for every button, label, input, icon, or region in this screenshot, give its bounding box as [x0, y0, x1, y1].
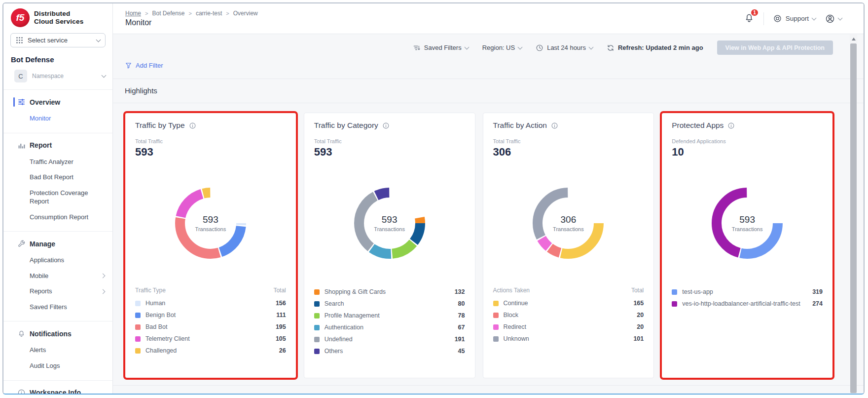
info-icon[interactable] [551, 122, 558, 129]
info-icon[interactable] [727, 122, 735, 129]
sidebar-item-alerts[interactable]: Alerts [3, 342, 112, 358]
traffic-by-action-donut-chart[interactable]: 306Transactions [529, 184, 608, 263]
sidebar-item-mobile[interactable]: Mobile [3, 268, 112, 284]
legend-value: 26 [279, 347, 286, 354]
legend: Actions TakenTotalContinue165Block20Redi… [493, 286, 644, 345]
sidebar-item-label: Consumption Report [30, 213, 88, 222]
legend-row-shopping-gift-cards[interactable]: Shopping & Gift Cards132 [314, 286, 465, 298]
info-icon[interactable] [382, 122, 390, 129]
namespace-avatar: C [14, 70, 27, 82]
card-title-text: Traffic by Action [493, 121, 547, 130]
legend-swatch [314, 337, 320, 342]
legend-row-unknown[interactable]: Unknown101 [493, 333, 644, 345]
legend-row-others[interactable]: Others45 [314, 345, 465, 357]
breadcrumb-item-overview[interactable]: Overview [233, 10, 258, 17]
breadcrumb-item-home[interactable]: Home [125, 10, 141, 17]
traffic-by-type-donut-chart[interactable]: 593Transactions [171, 184, 250, 263]
region-dropdown[interactable]: Region: US [482, 44, 522, 51]
breadcrumb-item-bot-defense[interactable]: Bot Defense [152, 10, 184, 17]
vertical-scrollbar[interactable] [850, 35, 857, 393]
metric-label: Total Traffic [314, 138, 465, 144]
saved-filters-dropdown[interactable]: Saved Filters [413, 44, 469, 52]
breadcrumb-separator: > [226, 10, 229, 16]
card-protected-apps: Protected AppsDefended Applications10593… [661, 113, 833, 378]
funnel-icon [125, 62, 132, 69]
sidebar-section-header-manage[interactable]: Manage [3, 235, 112, 252]
sidebar-section-header-notifications[interactable]: Notifications [3, 325, 112, 342]
legend-row-profile-management[interactable]: Profile Management78 [314, 310, 465, 321]
view-in-waap-button[interactable]: View in Web App & API Protection [717, 40, 833, 55]
sidebar-section-report: ReportTraffic AnalyzerBad Bot ReportProt… [3, 133, 112, 232]
sidebar-item-audit-logs[interactable]: Audit Logs [3, 358, 112, 374]
legend-value: 274 [812, 300, 823, 307]
legend-swatch [135, 313, 141, 318]
scroll-up-icon[interactable] [850, 35, 857, 43]
breadcrumb-item-carrie-test[interactable]: carrie-test [196, 10, 222, 17]
legend-row-undefined[interactable]: Undefined191 [314, 333, 465, 345]
app-window: f5 Distributed Cloud Services Select ser… [2, 2, 865, 395]
header-actions: 1 Support [744, 12, 842, 25]
legend-row-telemetry-client[interactable]: Telemetry Client105 [135, 333, 286, 345]
legend-row-continue[interactable]: Continue165 [493, 297, 644, 309]
select-service-label: Select service [28, 37, 68, 44]
breadcrumb-separator: > [145, 10, 148, 16]
legend-label: Block [504, 312, 519, 318]
chevron-down-icon [518, 44, 523, 49]
select-service-dropdown[interactable]: Select service [10, 33, 106, 47]
legend-row-test-us-app[interactable]: test-us-app319 [672, 286, 823, 298]
sidebar-nav: OverviewMonitorReportTraffic AnalyzerBad… [3, 89, 112, 395]
legend-label: Continue [504, 300, 528, 307]
legend-row-challenged[interactable]: Challenged26 [135, 345, 286, 357]
sidebar-item-monitor[interactable]: Monitor [3, 111, 112, 126]
sidebar-item-bad-bot-report[interactable]: Bad Bot Report [3, 169, 112, 185]
legend-swatch [135, 348, 141, 354]
legend-label: Bad Bot [145, 323, 167, 330]
info-icon[interactable] [189, 122, 196, 129]
refresh-button[interactable]: Refresh: Updated 2 min ago [607, 44, 703, 52]
legend-row-human[interactable]: Human156 [135, 297, 286, 309]
sidebar-section-header-report[interactable]: Report [3, 137, 112, 154]
sidebar-section-header-workspace-info[interactable]: Workspace Info [3, 384, 112, 395]
legend-header-label: Actions Taken [493, 287, 530, 294]
account-menu[interactable] [825, 13, 842, 24]
legend-row-authentication[interactable]: Authentication67 [314, 321, 465, 333]
sidebar-item-consumption-report[interactable]: Consumption Report [3, 209, 112, 225]
sidebar-item-label: Alerts [30, 346, 46, 355]
legend-swatch [493, 336, 499, 342]
sidebar-item-saved-filters[interactable]: Saved Filters [3, 299, 112, 315]
protected-apps-donut-chart[interactable]: 593Transactions [708, 184, 787, 263]
legend-row-redirect[interactable]: Redirect20 [493, 321, 644, 333]
legend-swatch [672, 301, 677, 307]
legend-row-ves-io-http-loadbalancer-artificial-traffic-test[interactable]: ves-io-http-loadbalancer-artificial-traf… [672, 298, 823, 310]
sidebar: f5 Distributed Cloud Services Select ser… [3, 3, 113, 394]
traffic-by-category-donut-chart[interactable]: 593Transactions [350, 184, 429, 263]
legend-row-block[interactable]: Block20 [493, 309, 644, 321]
legend-row-search[interactable]: Search80 [314, 298, 465, 310]
legend-label: Search [325, 300, 344, 307]
legend-value: 195 [276, 323, 286, 330]
add-filter-button[interactable]: Add Filter [125, 62, 163, 69]
legend-value: 45 [458, 348, 465, 355]
namespace-selector[interactable]: C Namespace [14, 70, 106, 82]
sidebar-item-applications[interactable]: Applications [3, 252, 112, 268]
notifications-button[interactable]: 1 [744, 12, 755, 25]
sidebar-item-label: Applications [30, 256, 64, 265]
chevron-down-icon [838, 15, 843, 20]
metric-label: Total Traffic [135, 138, 286, 144]
sidebar-item-protection-coverage-report[interactable]: Protection Coverage Report [3, 185, 112, 209]
time-range-dropdown[interactable]: Last 24 hours [536, 44, 593, 52]
sidebar-item-label: Bad Bot Report [30, 173, 73, 182]
legend-row-benign-bot[interactable]: Benign Bot111 [135, 309, 286, 321]
metric-value: 593 [314, 146, 465, 159]
sidebar-section-header-overview[interactable]: Overview [3, 93, 112, 111]
scrollbar-thumb[interactable] [850, 43, 857, 393]
support-icon [773, 14, 782, 23]
legend-value: 111 [276, 312, 286, 318]
legend-header-total: Total [273, 287, 286, 294]
support-menu[interactable]: Support [773, 14, 816, 23]
legend-row-bad-bot[interactable]: Bad Bot195 [135, 321, 286, 333]
sidebar-item-reports[interactable]: Reports [3, 283, 112, 299]
sidebar-item-traffic-analyzer[interactable]: Traffic Analyzer [3, 154, 112, 170]
legend: Traffic TypeTotalHuman156Benign Bot111Ba… [135, 286, 286, 357]
sidebar-section-label: Notifications [30, 330, 72, 338]
